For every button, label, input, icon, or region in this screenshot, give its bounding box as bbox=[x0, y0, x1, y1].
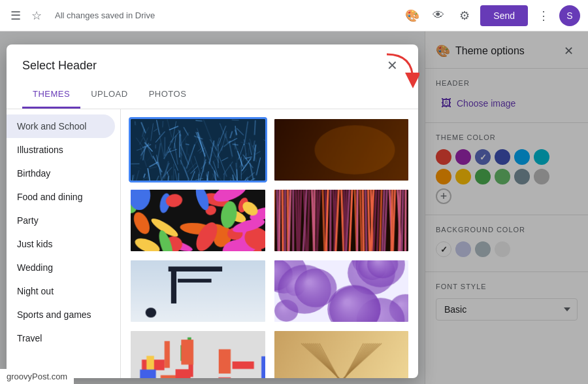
category-item-travel[interactable]: Travel bbox=[7, 326, 115, 350]
category-item-sports[interactable]: Sports and games bbox=[7, 303, 115, 326]
image-cell-3[interactable] bbox=[129, 188, 267, 253]
category-item-birthday[interactable]: Birthday bbox=[7, 162, 115, 185]
category-item-food[interactable]: Food and dining bbox=[7, 185, 115, 209]
main-area: Select Header ✕ THEMES UPLOAD PHOTOS Wor… bbox=[0, 31, 588, 384]
preview-icon[interactable]: 👁 bbox=[428, 5, 449, 26]
autosave-status: All changes saved in Drive bbox=[55, 10, 397, 20]
dialog-tabs: THEMES UPLOAD PHOTOS bbox=[7, 81, 418, 109]
menu-icon[interactable]: ☰ bbox=[8, 8, 24, 24]
modal-overlay: Select Header ✕ THEMES UPLOAD PHOTOS Wor… bbox=[0, 31, 588, 384]
star-icon[interactable]: ☆ bbox=[29, 8, 44, 24]
tab-themes[interactable]: THEMES bbox=[22, 81, 80, 109]
category-item-justkids[interactable]: Just kids bbox=[7, 232, 115, 256]
dialog-close-button[interactable]: ✕ bbox=[382, 55, 402, 76]
image-cell-7[interactable] bbox=[129, 329, 267, 378]
topbar-actions: 🎨 👁 ⚙ Send ⋮ S bbox=[402, 5, 580, 26]
image-cell-4[interactable] bbox=[272, 188, 411, 253]
send-button[interactable]: Send bbox=[480, 5, 528, 26]
image-cell-2[interactable] bbox=[272, 117, 411, 183]
category-item-party[interactable]: Party bbox=[7, 209, 115, 232]
image-cell-6[interactable] bbox=[272, 258, 411, 324]
more-icon[interactable]: ⋮ bbox=[533, 5, 554, 26]
image-grid bbox=[121, 109, 418, 378]
image-cell-1[interactable] bbox=[129, 117, 267, 183]
topbar: ☰ ☆ All changes saved in Drive 🎨 👁 ⚙ Sen… bbox=[0, 0, 588, 31]
image-cell-8[interactable] bbox=[272, 329, 411, 378]
category-item-illustrations[interactable]: Illustrations bbox=[7, 138, 115, 162]
dialog-body: Work and School Illustrations Birthday F… bbox=[7, 109, 418, 378]
palette-icon[interactable]: 🎨 bbox=[402, 5, 423, 26]
dialog-header: Select Header ✕ bbox=[7, 44, 418, 76]
avatar[interactable]: S bbox=[559, 5, 580, 26]
category-sidebar: Work and School Illustrations Birthday F… bbox=[7, 109, 121, 378]
category-item-wedding[interactable]: Wedding bbox=[7, 256, 115, 279]
image-cell-5[interactable] bbox=[129, 258, 267, 324]
dialog-title: Select Header bbox=[22, 59, 97, 73]
tab-photos[interactable]: PHOTOS bbox=[139, 81, 197, 109]
settings-icon[interactable]: ⚙ bbox=[454, 5, 475, 26]
tab-upload[interactable]: UPLOAD bbox=[80, 81, 138, 109]
select-header-dialog: Select Header ✕ THEMES UPLOAD PHOTOS Wor… bbox=[7, 44, 418, 378]
watermark: groovyPost.com bbox=[0, 369, 74, 384]
category-item-work[interactable]: Work and School bbox=[7, 114, 115, 138]
category-item-nightout[interactable]: Night out bbox=[7, 279, 115, 303]
